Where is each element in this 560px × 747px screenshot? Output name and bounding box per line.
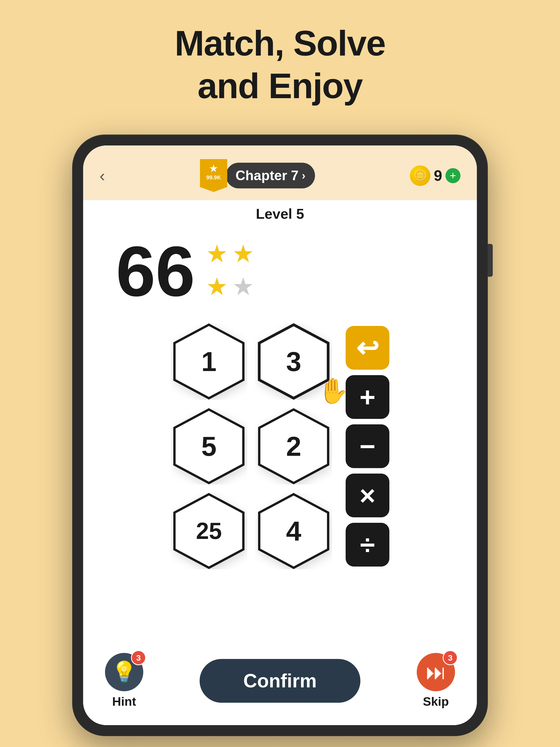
add-button[interactable]: + — [346, 375, 389, 419]
hint-button[interactable]: 💡 3 Hint — [105, 653, 143, 709]
hint-badge: 3 — [131, 650, 146, 665]
hex-cell-5[interactable]: 5 — [171, 408, 247, 485]
stars-grid: ★ ★ ★ ★ — [206, 239, 254, 304]
coin-count: 9 — [434, 167, 442, 184]
coin-icon: 🪙 — [410, 165, 430, 186]
star-3: ★ — [206, 272, 228, 301]
skip-icon-wrapper: ⏭ 3 — [417, 653, 455, 691]
hex-cell-25[interactable]: 25 — [171, 493, 247, 569]
hex-cell-2[interactable]: 2 — [255, 408, 332, 485]
star-count: 99.9K — [206, 175, 221, 181]
target-row: 66 ★ ★ ★ ★ — [100, 236, 254, 307]
back-button[interactable]: ‹ — [100, 166, 105, 185]
star-1: ★ — [206, 239, 228, 268]
divide-button[interactable]: ÷ — [346, 523, 389, 567]
game-body: 1 3 🤚 5 — [100, 323, 460, 569]
multiply-button[interactable]: × — [346, 473, 389, 517]
hint-icon-wrapper: 💡 3 — [105, 653, 143, 691]
chapter-badge: ★ 99.9K Chapter 7 › — [200, 159, 315, 192]
chapter-label[interactable]: Chapter 7 › — [226, 163, 315, 188]
target-number: 66 — [116, 236, 195, 307]
header: ‹ ★ 99.9K Chapter 7 › 🪙 9 + — [83, 146, 477, 200]
add-coin-button[interactable]: + — [446, 168, 460, 183]
star-2: ★ — [232, 239, 254, 268]
hex-cell-1[interactable]: 1 — [171, 323, 247, 400]
bottom-bar: 💡 3 Hint Confirm ⏭ 3 Skip — [83, 642, 477, 725]
operator-panel: ↩ + − × ÷ — [346, 326, 389, 567]
hand-cursor-icon: 🤚 — [318, 377, 348, 405]
hint-label: Hint — [112, 695, 136, 709]
undo-button[interactable]: ↩ — [346, 326, 389, 370]
skip-button[interactable]: ⏭ 3 Skip — [417, 653, 455, 709]
screen: ‹ ★ 99.9K Chapter 7 › 🪙 9 + Level 5 — [83, 146, 477, 725]
hex-cell-3[interactable]: 3 🤚 — [255, 323, 332, 400]
star-4: ★ — [232, 272, 254, 301]
skip-badge: 3 — [443, 650, 458, 665]
confirm-button[interactable]: Confirm — [200, 659, 360, 703]
device-frame: ‹ ★ 99.9K Chapter 7 › 🪙 9 + Level 5 — [72, 134, 488, 736]
chevron-icon: › — [302, 170, 305, 182]
hex-cell-4[interactable]: 4 — [255, 493, 332, 569]
subtract-button[interactable]: − — [346, 424, 389, 468]
hex-grid: 1 3 🤚 5 — [171, 323, 332, 569]
level-label: Level 5 — [83, 200, 477, 225]
page-title: Match, Solve and Enjoy — [175, 22, 385, 107]
coins-display: 🪙 9 + — [410, 165, 460, 186]
star-bookmark: ★ 99.9K — [200, 159, 227, 192]
game-area: 66 ★ ★ ★ ★ 1 — [83, 225, 477, 642]
skip-label: Skip — [423, 695, 449, 709]
bookmark-star-icon: ★ — [209, 162, 218, 175]
